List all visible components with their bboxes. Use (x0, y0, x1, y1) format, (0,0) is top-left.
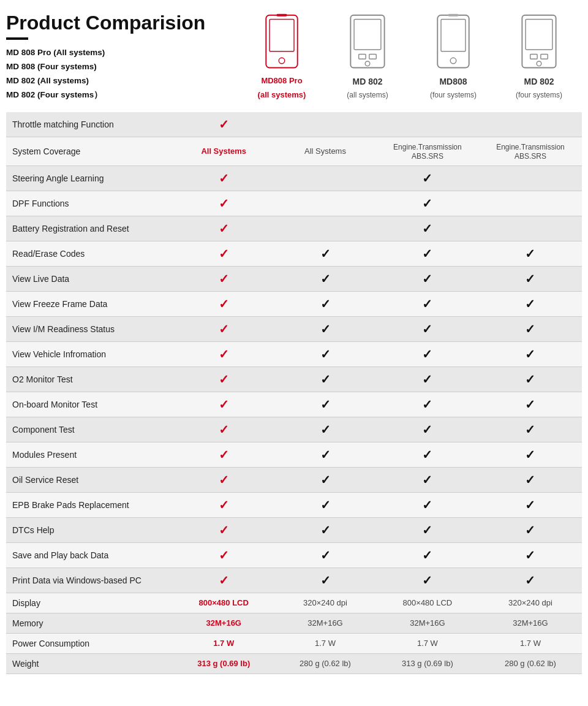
product-col-md802all: MD 802 (all systems) (325, 12, 410, 101)
row-printdata: Print Data via Windows-based PC ✓ ✓ ✓ ✓ (6, 567, 582, 593)
product-list: MD 808 Pro (All systems) MD 808 (Four sy… (6, 46, 239, 102)
check-readerase-p4: ✓ (479, 241, 582, 266)
feature-oilservice: Oil Service Reset (6, 467, 173, 492)
check-componenttest-p2: ✓ (274, 417, 376, 442)
val-power-p1: 1.7 W (173, 633, 274, 653)
check-o2monitor-p4: ✓ (479, 366, 582, 392)
check-saveplayback-p4: ✓ (479, 542, 582, 567)
check-oilservice-p4: ✓ (479, 467, 582, 492)
row-componenttest: Component Test ✓ ✓ ✓ ✓ (6, 417, 582, 442)
check-battery-p2 (274, 216, 376, 241)
val-power-p3: 1.7 W (376, 633, 479, 653)
row-steering: Steering Angle Learning ✓ ✓ (6, 165, 582, 191)
check-oilservice-p3: ✓ (376, 467, 479, 492)
feature-onboardmonitor: On-board Monitor Test (6, 392, 173, 417)
row-o2monitor: O2 Monitor Test ✓ ✓ ✓ ✓ (6, 366, 582, 392)
check-syscov-p4: Engine.TransmissionABS.SRS (479, 137, 582, 165)
display-p2-text: 320×240 dpi (303, 598, 347, 607)
check-vehicleinfo-p2: ✓ (274, 341, 376, 366)
check-saveplayback-p3: ✓ (376, 542, 479, 567)
row-readerase: Read/Erase Codes ✓ ✓ ✓ ✓ (6, 241, 582, 266)
check-dtcshelp-p4: ✓ (479, 517, 582, 542)
check-readerase-p2: ✓ (274, 241, 376, 266)
check-printdata-p1: ✓ (173, 567, 274, 593)
row-display: Display 800×480 LCD 320×240 dpi 800×480 … (6, 593, 582, 613)
svg-rect-16 (541, 55, 548, 59)
check-freezeframe-p3: ✓ (376, 291, 479, 316)
page: Product Comparision MD 808 Pro (All syst… (0, 0, 588, 686)
svg-point-17 (537, 61, 541, 66)
product-col-md808pro: MD808 Pro (all systems) (239, 12, 325, 101)
weight-p2-text: 280 g (0.62 lb) (300, 659, 351, 668)
val-power-p4: 1.7 W (479, 633, 582, 653)
feature-epb: EPB Brake Pads Replacement (6, 492, 173, 517)
check-printdata-p4: ✓ (479, 567, 582, 593)
check-vehicleinfo-p4: ✓ (479, 341, 582, 366)
check-epb-p4: ✓ (479, 492, 582, 517)
check-vehicleinfo-p1: ✓ (173, 341, 274, 366)
feature-livedata: View Live Data (6, 266, 173, 291)
product-subtitle-md802all: (all systems) (347, 91, 388, 101)
memory-p3-text: 32M+16G (410, 618, 445, 628)
feature-dpf: DPF Functions (6, 191, 173, 216)
svg-rect-10 (441, 19, 466, 51)
check-dpf-p1: ✓ (173, 191, 274, 216)
feature-modulespresent: Modules Present (6, 442, 173, 467)
check-vehicleinfo-p3: ✓ (376, 341, 479, 366)
product-list-item-4: MD 802 (Four systems） (6, 88, 239, 102)
val-memory-p1: 32M+16G (173, 613, 274, 633)
product-name-md802four: MD 802 (524, 76, 554, 87)
row-freezeframe: View Freeze Frame Data ✓ ✓ ✓ ✓ (6, 291, 582, 316)
feature-weight: Weight (6, 653, 173, 674)
svg-point-11 (450, 58, 456, 64)
row-epb: EPB Brake Pads Replacement ✓ ✓ ✓ ✓ (6, 492, 582, 517)
title-block: Product Comparision MD 808 Pro (All syst… (6, 12, 239, 102)
product-subtitle-md808pro: (all systems) (258, 90, 306, 101)
power-p2-text: 1.7 W (315, 639, 336, 648)
check-throttle-p1: ✓ (173, 112, 274, 137)
feature-steering: Steering Angle Learning (6, 165, 173, 191)
check-componenttest-p3: ✓ (376, 417, 479, 442)
check-battery-p1: ✓ (173, 216, 274, 241)
val-weight-p1: 313 g (0.69 lb) (173, 653, 274, 674)
check-imreadiness-p3: ✓ (376, 316, 479, 341)
display-p1-text: 800×480 LCD (199, 598, 249, 607)
svg-rect-0 (266, 15, 297, 68)
check-onboardmonitor-p4: ✓ (479, 392, 582, 417)
feature-memory: Memory (6, 613, 173, 633)
feature-vehicleinfo: View Vehicle Infromation (6, 341, 173, 366)
check-componenttest-p4: ✓ (479, 417, 582, 442)
check-oilservice-p1: ✓ (173, 467, 274, 492)
syscov-p2-text: All Systems (304, 146, 346, 156)
val-weight-p2: 280 g (0.62 lb) (274, 653, 376, 674)
val-memory-p2: 32M+16G (274, 613, 376, 633)
check-epb-p2: ✓ (274, 492, 376, 517)
syscov-p3-text: Engine.TransmissionABS.SRS (393, 143, 462, 161)
product-list-item-1: MD 808 Pro (All systems) (6, 46, 239, 60)
check-epb-p1: ✓ (173, 492, 274, 517)
val-weight-p4: 280 g (0.62 lb) (479, 653, 582, 674)
val-memory-p3: 32M+16G (376, 613, 479, 633)
check-modulespresent-p3: ✓ (376, 442, 479, 467)
row-battery: Battery Registration and Reset ✓ ✓ (6, 216, 582, 241)
check-imreadiness-p4: ✓ (479, 316, 582, 341)
row-oilservice: Oil Service Reset ✓ ✓ ✓ ✓ (6, 467, 582, 492)
check-printdata-p2: ✓ (274, 567, 376, 593)
check-livedata-p4: ✓ (479, 266, 582, 291)
check-saveplayback-p1: ✓ (173, 542, 274, 567)
row-modulespresent: Modules Present ✓ ✓ ✓ ✓ (6, 442, 582, 467)
row-vehicleinfo: View Vehicle Infromation ✓ ✓ ✓ ✓ (6, 341, 582, 366)
check-onboardmonitor-p2: ✓ (274, 392, 376, 417)
feature-saveplayback: Save and Play back Data (6, 542, 173, 567)
svg-rect-13 (522, 15, 556, 68)
product-name-md802all: MD 802 (352, 76, 382, 87)
check-livedata-p1: ✓ (173, 266, 274, 291)
check-steering-p4 (479, 165, 582, 191)
product-subtitle-md802four: (four systems) (516, 91, 562, 101)
feature-freezeframe: View Freeze Frame Data (6, 291, 173, 316)
row-system-coverage: System Coverage All Systems All Systems … (6, 137, 582, 165)
check-syscov-p2: All Systems (274, 137, 376, 165)
row-memory: Memory 32M+16G 32M+16G 32M+16G 32M+16G (6, 613, 582, 633)
check-livedata-p2: ✓ (274, 266, 376, 291)
power-p4-text: 1.7 W (520, 639, 541, 648)
